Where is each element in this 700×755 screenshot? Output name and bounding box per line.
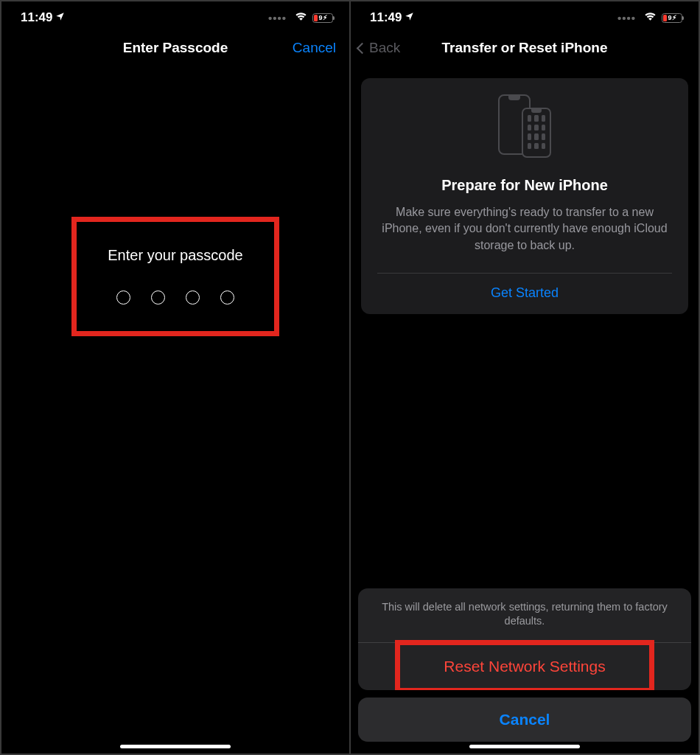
chevron-left-icon: [357, 42, 368, 54]
status-bar: 11:49 •••• 9⚡︎: [351, 1, 699, 29]
status-time: 11:49: [21, 10, 52, 25]
passcode-dot: [220, 290, 234, 305]
passcode-dots[interactable]: [84, 290, 267, 305]
home-indicator[interactable]: [120, 745, 231, 748]
passcode-prompt: Enter your passcode: [84, 247, 267, 264]
location-icon: [405, 10, 414, 25]
prepare-title: Prepare for New iPhone: [377, 177, 672, 194]
page-title: Enter Passcode: [123, 40, 228, 56]
page-title: Transfer or Reset iPhone: [442, 40, 608, 56]
prepare-card: Prepare for New iPhone Make sure everyth…: [361, 78, 688, 314]
passcode-dot: [186, 290, 200, 305]
cancel-button[interactable]: Cancel: [358, 697, 691, 742]
battery-icon: 9⚡︎: [662, 13, 682, 23]
wifi-icon: [643, 10, 657, 25]
transfer-devices-icon: [377, 94, 672, 159]
sheet-message: This will delete all network settings, r…: [358, 588, 691, 643]
home-indicator[interactable]: [469, 745, 580, 748]
cancel-button[interactable]: Cancel: [293, 40, 336, 56]
nav-bar: Back Transfer or Reset iPhone: [351, 29, 699, 69]
back-label: Back: [369, 40, 400, 56]
battery-icon: 9⚡︎: [312, 13, 333, 23]
location-icon: [55, 10, 65, 25]
passcode-dot: [116, 290, 130, 305]
wifi-icon: [294, 10, 308, 25]
recording-dots-icon: ••••: [268, 12, 287, 24]
passcode-dot: [151, 290, 165, 305]
back-button[interactable]: Back: [358, 40, 400, 56]
status-bar: 11:49 •••• 9⚡︎: [1, 1, 349, 29]
recording-dots-icon: ••••: [617, 12, 636, 24]
passcode-entry-highlight: Enter your passcode: [71, 217, 279, 336]
status-time: 11:49: [370, 10, 402, 25]
reset-network-settings-button[interactable]: Reset Network Settings: [358, 643, 691, 690]
screenshot-right: 11:49 •••• 9⚡︎ Back Transfer or Reset iP…: [351, 1, 699, 754]
get-started-button[interactable]: Get Started: [377, 274, 672, 314]
nav-bar: Enter Passcode Cancel: [1, 29, 349, 69]
screenshot-left: 11:49 •••• 9⚡︎ Enter Passcode Cancel Ent…: [1, 1, 349, 754]
action-sheet: This will delete all network settings, r…: [358, 588, 691, 742]
prepare-description: Make sure everything's ready to transfer…: [377, 204, 672, 274]
